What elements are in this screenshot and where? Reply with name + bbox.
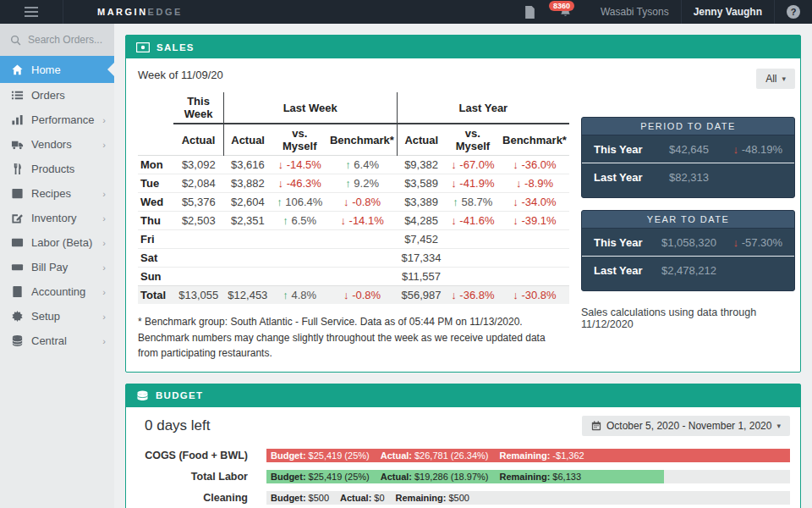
ytd-last-year-row: Last Year $2,478,212 [582, 256, 794, 284]
sidebar-item-bill-pay[interactable]: Bill Pay › [0, 255, 114, 279]
budget-row-cleaning: Cleaning Budget:$500Actual:$0Remaining:$… [138, 491, 790, 505]
col-header: Benchmark* [327, 124, 397, 156]
budget-panel-title: BUDGET [156, 390, 203, 400]
period-to-date-title: PERIOD TO DATE [582, 118, 794, 135]
year-to-date-title: YEAR TO DATE [582, 211, 794, 229]
sidebar-nav: Home Orders Performance › Vendors › Prod… [0, 24, 114, 508]
sales-row-fri: Fri $7,452 [138, 230, 569, 249]
ptd-this-year-row: This Year $42,645 ↓ -48.19% [582, 135, 794, 163]
user-menu[interactable]: Jenny Vaughn [681, 0, 774, 24]
down-arrow-icon: ↓ [733, 143, 739, 156]
topbar-spacer [183, 0, 513, 24]
search-orders-input[interactable] [28, 34, 104, 46]
budget-bar-track: Budget:$25,419 (25%)Actual:$19,286 (18.9… [266, 470, 790, 483]
date-range-label: October 5, 2020 - November 1, 2020 [606, 420, 771, 432]
search-orders-box[interactable] [0, 24, 114, 56]
sidebar-item-orders[interactable]: Orders [0, 83, 114, 108]
marginedge-logo[interactable]: MARGINEDGE [63, 0, 183, 24]
sidebar-item-setup[interactable]: Setup › [0, 304, 114, 329]
trend-arrow-icon: ↓ [513, 289, 518, 301]
trend-arrow-icon: ↑ [345, 177, 351, 190]
budget-bar-track: Budget:$25,419 (25%)Actual:$26,781 (26.3… [266, 449, 790, 462]
sidebar-item-accounting[interactable]: Accounting › [0, 279, 114, 304]
chevron-right-icon: › [102, 140, 106, 150]
trend-arrow-icon: ↓ [451, 289, 457, 301]
week-label: Week of 11/09/20 [138, 69, 569, 81]
ptd-last-year-row: Last Year $82,313 [582, 163, 794, 190]
ytd-this-year-row: This Year $1,058,320 ↓ -57.30% [582, 229, 794, 256]
chevron-right-icon: › [102, 189, 106, 199]
trend-arrow-icon: ↑ [345, 158, 351, 171]
chevron-down-icon: ▾ [782, 75, 787, 83]
sidebar-item-performance[interactable]: Performance › [0, 108, 114, 132]
trend-arrow-icon: ↓ [278, 177, 284, 190]
sales-data-note: Sales calculations using data through 11… [581, 306, 795, 330]
budget-panel: BUDGET 0 days left October 5, 2020 - Nov… [125, 384, 801, 508]
chevron-right-icon: › [102, 262, 106, 273]
chevron-right-icon: › [102, 336, 106, 346]
budget-date-range-dropdown[interactable]: October 5, 2020 - November 1, 2020 ▾ [582, 416, 790, 436]
notifications-button[interactable]: 8360 [547, 0, 589, 24]
search-icon [10, 35, 21, 46]
trend-arrow-icon: ↓ [343, 196, 349, 208]
filter-label: All [765, 73, 776, 85]
sidebar-item-recipes[interactable]: Recipes › [0, 181, 114, 206]
help-button[interactable]: ? [774, 0, 812, 24]
sales-filter-dropdown[interactable]: All ▾ [756, 69, 795, 89]
trend-arrow-icon: ↓ [451, 177, 457, 190]
sales-summary-column: All ▾ PERIOD TO DATE This Year $42,645 ↓… [581, 69, 795, 362]
sidebar-item-label: Vendors [31, 138, 95, 151]
group-header-last-year: Last Year [397, 92, 569, 124]
logo-primary: MARGIN [97, 7, 148, 17]
sales-row-thu: Thu $2,503 $2,351 ↑ 6.5% ↓ -14.1% $4,285… [138, 212, 569, 230]
sidebar-item-products[interactable]: Products [0, 157, 114, 181]
sidebar-item-label: Central [31, 334, 95, 347]
budget-panel-header: BUDGET [126, 384, 800, 407]
sales-panel-title: SALES [156, 42, 195, 52]
hamburger-menu-button[interactable] [0, 0, 63, 24]
sidebar-item-inventory[interactable]: Inventory › [0, 206, 114, 230]
group-header-this-week: This Week [173, 92, 223, 124]
sidebar-item-labor[interactable]: Labor (Beta) › [0, 230, 114, 255]
budget-icon [136, 390, 149, 401]
documents-button[interactable] [513, 0, 547, 24]
database-icon [11, 334, 24, 347]
utensils-icon [11, 163, 24, 175]
logo-secondary: EDGE [148, 7, 183, 17]
chevron-right-icon: › [102, 213, 106, 224]
calculator-icon [11, 285, 24, 298]
sidebar-item-label: Setup [31, 310, 95, 323]
sidebar-item-home[interactable]: Home [0, 56, 114, 83]
gear-icon [11, 310, 24, 323]
sales-row-mon: Mon $3,092 $3,616 ↓ -14.5% ↑ 6.4% $9,382… [138, 156, 569, 174]
chevron-right-icon: › [102, 287, 106, 297]
recipe-card-icon [11, 187, 24, 200]
trend-arrow-icon: ↓ [451, 158, 457, 171]
banknote-icon [11, 261, 24, 273]
sales-panel: SALES Week of 11/09/20 This Week Last We… [125, 35, 801, 373]
sales-table: This Week Last Week Last Year Actual Act… [138, 92, 569, 304]
truck-icon [11, 138, 24, 151]
notification-count-badge: 8360 [549, 1, 574, 11]
trend-arrow-icon: ↑ [283, 214, 288, 227]
trend-arrow-icon: ↑ [453, 196, 458, 208]
trend-arrow-icon: ↓ [340, 214, 346, 227]
budget-row-total-labor: Total Labor Budget:$25,419 (25%)Actual:$… [138, 470, 790, 483]
sidebar-item-label: Bill Pay [31, 261, 95, 273]
group-header-last-week: Last Week [223, 92, 397, 124]
chevron-right-icon: › [102, 115, 106, 125]
sidebar-item-label: Accounting [31, 285, 95, 298]
restaurant-selector[interactable]: Wasabi Tysons [589, 0, 681, 24]
sidebar-item-central[interactable]: Central › [0, 329, 114, 353]
hamburger-icon [25, 7, 38, 17]
trend-arrow-icon: ↓ [516, 177, 522, 190]
sidebar-item-label: Performance [31, 113, 95, 126]
col-header: vs. Myself [446, 124, 500, 156]
down-arrow-icon: ↓ [733, 236, 739, 249]
col-header: Benchmark* [500, 124, 569, 156]
sidebar-item-label: Orders [31, 89, 106, 102]
days-left-label: 0 days left [145, 417, 211, 434]
sidebar-item-vendors[interactable]: Vendors › [0, 132, 114, 157]
sales-row-wed: Wed $5,376 $2,604 ↑ 106.4% ↓ -0.8% $3,38… [138, 193, 569, 212]
sidebar-item-label: Labor (Beta) [31, 236, 95, 249]
